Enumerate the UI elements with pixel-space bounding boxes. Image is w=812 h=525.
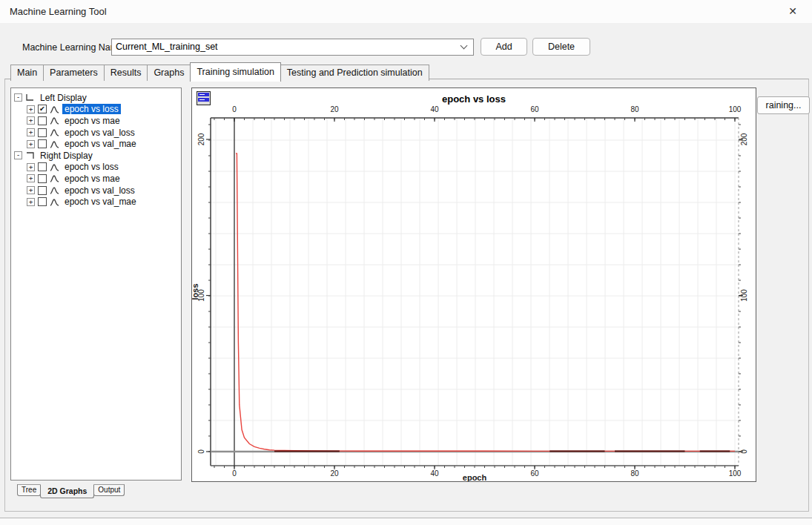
tab-strip: MainParametersResultsGraphsTraining simu…: [10, 62, 429, 81]
tree-item-epoch-vs-loss[interactable]: +epoch vs loss: [11, 162, 181, 174]
tree-item-label[interactable]: epoch vs loss: [62, 104, 121, 114]
tree-item-epoch-vs-val-mae[interactable]: +epoch vs val_mae: [11, 138, 181, 150]
checkbox[interactable]: [38, 139, 47, 148]
tab-main[interactable]: Main: [10, 65, 44, 81]
expand-icon[interactable]: +: [27, 174, 35, 182]
expand-icon[interactable]: +: [27, 163, 35, 171]
machine-learning-tool-window: Machine Learning Tool ✕ Machine Learning…: [0, 0, 812, 525]
expand-icon[interactable]: +: [27, 105, 35, 113]
svg-text:20: 20: [330, 105, 339, 113]
curve-icon: [50, 174, 59, 182]
expand-icon[interactable]: +: [27, 128, 35, 136]
curve-icon: [50, 116, 59, 125]
svg-text:0: 0: [232, 105, 237, 113]
tree-item-label[interactable]: epoch vs val_loss: [62, 128, 137, 138]
right-display-icon: [25, 151, 35, 159]
checkbox[interactable]: [38, 174, 47, 183]
tree-group-label[interactable]: Left Display: [38, 93, 89, 103]
svg-text:100: 100: [729, 105, 742, 113]
expand-icon[interactable]: -: [14, 151, 22, 159]
curve-icon: [50, 128, 59, 136]
tree-group-left-display[interactable]: -Left Display: [11, 92, 181, 104]
curve-icon: [50, 140, 59, 148]
svg-text:80: 80: [630, 469, 639, 478]
training-button[interactable]: raining...: [757, 96, 810, 114]
tab-testing-and-prediction-simulation[interactable]: Testing and Prediction simulation: [280, 65, 429, 81]
left-display-icon: [25, 93, 35, 102]
display-tree-panel: -Left Display+✔epoch vs loss+epoch vs ma…: [10, 88, 182, 481]
curve-icon: [50, 105, 59, 113]
tree-group-right-display[interactable]: -Right Display: [11, 150, 181, 162]
svg-text:40: 40: [430, 105, 439, 113]
curve-icon: [50, 198, 59, 206]
checkbox[interactable]: [38, 197, 47, 206]
checkbox[interactable]: [38, 128, 47, 137]
tree-item-epoch-vs-val-loss[interactable]: +epoch vs val_loss: [11, 185, 181, 197]
view-tab-tree[interactable]: Tree: [17, 484, 41, 496]
tab-graphs[interactable]: Graphs: [147, 65, 191, 81]
tab-parameters[interactable]: Parameters: [43, 65, 105, 81]
view-tab-2d-graphs[interactable]: 2D Graphs: [40, 484, 94, 498]
tree-item-epoch-vs-mae[interactable]: +epoch vs mae: [11, 173, 181, 185]
svg-text:200: 200: [740, 133, 748, 145]
expand-icon[interactable]: +: [27, 140, 35, 148]
svg-text:60: 60: [530, 105, 539, 113]
tree-group-label[interactable]: Right Display: [38, 151, 95, 161]
svg-text:80: 80: [630, 105, 639, 113]
chevron-down-icon: [461, 42, 468, 50]
tree-item-epoch-vs-mae[interactable]: +epoch vs mae: [11, 115, 181, 127]
tree-item-label[interactable]: epoch vs val_mae: [62, 197, 139, 207]
checkbox[interactable]: [38, 116, 47, 125]
add-button[interactable]: Add: [481, 38, 527, 56]
loss-chart: 00202040406060808010010000100100200200ep…: [192, 88, 756, 481]
ml-name-combobox[interactable]: Current_ML_training_set: [111, 39, 474, 56]
svg-text:0: 0: [197, 449, 205, 454]
expand-icon[interactable]: +: [27, 116, 35, 125]
svg-text:loss: loss: [192, 283, 199, 300]
curve-icon: [50, 186, 59, 194]
tree-item-label[interactable]: epoch vs mae: [62, 116, 122, 126]
tree-item-label[interactable]: epoch vs mae: [62, 174, 122, 184]
tree-item-epoch-vs-val-loss[interactable]: +epoch vs val_loss: [11, 127, 181, 139]
ml-name-value: Current_ML_training_set: [116, 42, 218, 52]
checkbox[interactable]: [38, 162, 47, 171]
expand-icon[interactable]: +: [27, 186, 35, 194]
tree-item-label[interactable]: epoch vs loss: [62, 162, 121, 172]
svg-text:100: 100: [729, 469, 742, 478]
window-title: Machine Learning Tool: [10, 6, 107, 17]
svg-text:100: 100: [740, 289, 748, 302]
svg-text:0: 0: [232, 469, 237, 478]
window-bottom-edge: [0, 518, 812, 525]
checkbox[interactable]: [38, 186, 47, 195]
view-tabs: Tree2D GraphsOutput: [18, 484, 125, 498]
svg-text:40: 40: [430, 469, 439, 478]
tree-item-epoch-vs-loss[interactable]: +✔epoch vs loss: [11, 104, 181, 116]
svg-text:200: 200: [197, 133, 205, 145]
svg-text:60: 60: [530, 469, 539, 478]
title-bar: Machine Learning Tool ✕: [0, 0, 812, 23]
svg-text:epoch: epoch: [463, 473, 487, 481]
tree-item-epoch-vs-val-mae[interactable]: +epoch vs val_mae: [11, 196, 181, 208]
tab-results[interactable]: Results: [104, 65, 148, 81]
graph-panel: epoch vs loss 00202040406060808010010000…: [191, 88, 756, 482]
curve-icon: [50, 163, 59, 171]
tree-item-label[interactable]: epoch vs val_loss: [62, 185, 137, 196]
tree-item-label[interactable]: epoch vs val_mae: [62, 139, 139, 149]
ml-name-label: Machine Learning Name:: [22, 42, 126, 53]
close-icon[interactable]: ✕: [785, 5, 800, 19]
expand-icon[interactable]: +: [27, 198, 35, 206]
svg-text:0: 0: [740, 449, 748, 454]
view-tab-output[interactable]: Output: [93, 484, 125, 496]
delete-button[interactable]: Delete: [532, 38, 590, 56]
tab-training-simulation[interactable]: Training simulation: [190, 62, 280, 82]
svg-text:20: 20: [330, 469, 339, 478]
checkbox[interactable]: ✔: [38, 105, 47, 113]
expand-icon[interactable]: -: [14, 93, 22, 102]
